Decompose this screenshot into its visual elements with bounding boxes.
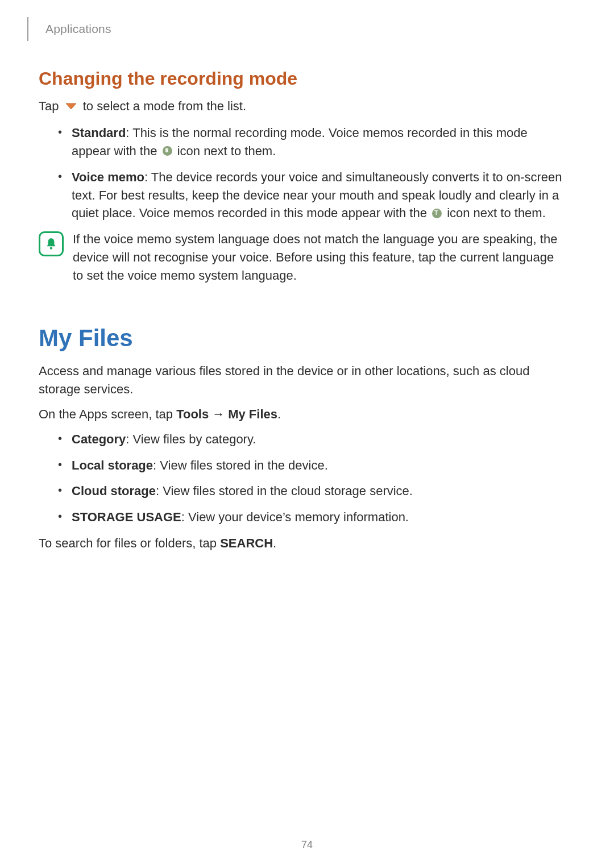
svg-point-1 (50, 247, 52, 250)
myfiles-list: Category: View files by category. Local … (56, 430, 563, 527)
desc-usage: : View your device’s memory information. (181, 510, 409, 524)
desc-cloud: : View files stored in the cloud storage… (156, 484, 413, 498)
desc-standard-2: icon next to them. (174, 144, 276, 158)
term-usage: STORAGE USAGE (72, 510, 181, 524)
para2-post: . (277, 407, 281, 421)
dropdown-triangle-icon (65, 97, 77, 115)
desc-standard-1: : This is the normal recording mode. Voi… (72, 126, 528, 158)
arrow-icon: → (212, 407, 225, 421)
bullet-standard: Standard: This is the normal recording m… (56, 124, 563, 160)
bullet-voice-memo: Voice memo: The device records your voic… (56, 168, 563, 223)
svg-marker-0 (66, 103, 76, 109)
desc-category: : View files by category. (126, 432, 256, 446)
bullet-storage-usage: STORAGE USAGE: View your device’s memory… (56, 508, 563, 526)
chapter-title-my-files: My Files (39, 325, 563, 352)
term-cloud: Cloud storage (72, 484, 156, 498)
note-callout: If the voice memo system language does n… (39, 230, 563, 285)
term-standard: Standard (72, 126, 126, 140)
recording-mode-list: Standard: This is the normal recording m… (56, 124, 563, 222)
header-divider (27, 17, 28, 41)
bullet-cloud-storage: Cloud storage: View files stored in the … (56, 482, 563, 500)
intro-text-post: to select a mode from the list. (83, 99, 246, 113)
voice-memo-mode-icon (432, 209, 442, 218)
page-number: 74 (0, 839, 614, 851)
search-term: SEARCH (220, 536, 273, 550)
intro-text-pre: Tap (39, 99, 59, 113)
myfiles-para1: Access and manage various files stored i… (39, 362, 563, 398)
note-bell-icon (39, 231, 64, 256)
bullet-category: Category: View files by category. (56, 430, 563, 448)
note-icon-wrap (39, 231, 67, 256)
section-title-recording-mode: Changing the recording mode (39, 68, 563, 89)
bullet-local-storage: Local storage: View files stored in the … (56, 456, 563, 475)
term-voice-memo: Voice memo (72, 170, 144, 184)
desc-voice-memo-2: icon next to them. (443, 206, 546, 220)
myfiles-para2: On the Apps screen, tap Tools→My Files. (39, 405, 563, 423)
desc-local: : View files stored in the device. (153, 458, 328, 472)
term-local: Local storage (72, 458, 153, 472)
intro-paragraph: Tap to select a mode from the list. (39, 97, 563, 117)
term-category: Category (72, 432, 126, 446)
manual-page: Applications Changing the recording mode… (0, 0, 614, 868)
search-post: . (273, 536, 276, 550)
search-pre: To search for files or folders, tap (39, 536, 220, 550)
para2-myfiles: My Files (228, 407, 277, 421)
para2-pre: On the Apps screen, tap (39, 407, 176, 421)
page-header: Applications (39, 17, 563, 41)
para2-tools: Tools (176, 407, 209, 421)
search-paragraph: To search for files or folders, tap SEAR… (39, 534, 563, 553)
breadcrumb: Applications (45, 22, 111, 36)
standard-mode-icon (163, 146, 172, 156)
note-text: If the voice memo system language does n… (73, 230, 563, 285)
